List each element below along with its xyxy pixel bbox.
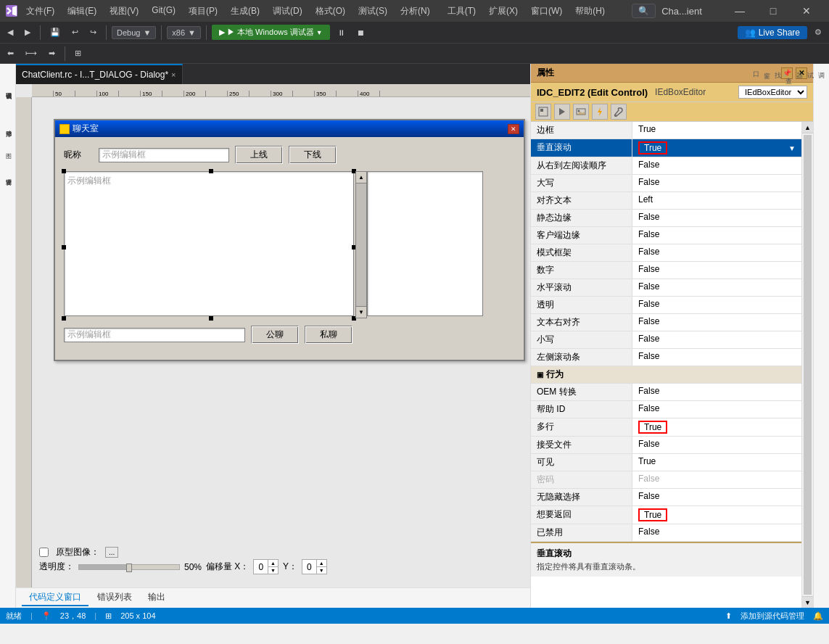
menu-help[interactable]: 帮助(H) bbox=[569, 2, 611, 20]
scroll-thumb[interactable] bbox=[356, 183, 366, 306]
prop-value-left-scroll[interactable]: False bbox=[632, 349, 801, 366]
notification-bell-icon[interactable]: 🔔 bbox=[813, 611, 823, 621]
tab-close-icon[interactable]: × bbox=[171, 70, 176, 79]
prop-row-vscroll[interactable]: 垂直滚动 True ▼ bbox=[531, 139, 801, 157]
prop-value-rtl[interactable]: False bbox=[632, 157, 801, 174]
menu-file[interactable]: 文件(F) bbox=[20, 2, 60, 20]
prop-value-number[interactable]: False bbox=[632, 262, 801, 278]
prop-value-help-id[interactable]: False bbox=[632, 401, 801, 418]
handle-bm[interactable] bbox=[209, 316, 213, 321]
prop-value-right-text[interactable]: False bbox=[632, 314, 801, 331]
sidebar-icon-3[interactable]: 图 bbox=[1, 142, 15, 155]
platform-dropdown[interactable]: x86 ▼ bbox=[167, 26, 201, 39]
debug-extra-btn[interactable]: ⏸ bbox=[333, 27, 350, 38]
offset-y-up[interactable]: ▲ bbox=[317, 560, 326, 567]
prop-value-want-return[interactable]: True bbox=[632, 506, 801, 524]
props-icon-1[interactable] bbox=[535, 104, 551, 120]
align-right-btn[interactable]: ➡ bbox=[44, 47, 59, 59]
sidebar-icon-1[interactable]: 调试器 bbox=[1, 67, 15, 110]
proto-image-checkbox[interactable] bbox=[39, 548, 49, 557]
prop-value-modal-frame[interactable]: False bbox=[632, 244, 801, 261]
offset-x-up[interactable]: ▲ bbox=[268, 560, 278, 567]
sidebar-icon-4[interactable]: 资源管理 bbox=[1, 157, 15, 193]
offset-x-spinner[interactable]: 0 ▲ ▼ bbox=[253, 559, 279, 574]
nav-forward-button[interactable]: ▶ bbox=[20, 26, 35, 38]
prop-value-static-edge[interactable]: False bbox=[632, 210, 801, 226]
minimize-button[interactable]: — bbox=[723, 0, 756, 22]
slider-thumb[interactable] bbox=[126, 564, 132, 572]
prop-value-align[interactable]: Left bbox=[632, 192, 801, 209]
design-canvas[interactable]: 50 100 150 200 250 300 350 400 bbox=[16, 84, 530, 587]
prop-value-visible[interactable]: True bbox=[632, 454, 801, 471]
handle-bl[interactable] bbox=[62, 316, 66, 321]
prop-value-vscroll[interactable]: True ▼ bbox=[632, 139, 801, 157]
props-icon-2[interactable] bbox=[554, 104, 570, 120]
public-chat-button[interactable]: 公聊 bbox=[251, 326, 299, 344]
prop-value-border[interactable]: True bbox=[632, 122, 801, 139]
prop-value-disabled[interactable]: False bbox=[632, 524, 801, 541]
toolbar-settings-button[interactable]: ⚙ bbox=[810, 26, 826, 38]
vscroll-dropdown-arrow[interactable]: ▼ bbox=[788, 144, 796, 152]
props-icon-5[interactable] bbox=[611, 104, 627, 120]
close-button[interactable]: ✕ bbox=[790, 0, 823, 22]
menu-window[interactable]: 窗口(W) bbox=[525, 2, 568, 20]
status-source-control[interactable]: 添加到源代码管理 bbox=[741, 611, 804, 622]
search-box[interactable]: 🔍 bbox=[632, 4, 656, 18]
props-icon-4[interactable] bbox=[592, 104, 608, 120]
prop-value-client-edge[interactable]: False bbox=[632, 227, 801, 244]
menu-test[interactable]: 测试(S) bbox=[352, 2, 393, 20]
handle-tl[interactable] bbox=[62, 169, 66, 173]
save-all-button[interactable]: 💾 bbox=[46, 26, 65, 38]
align-center-btn[interactable]: ⟼ bbox=[21, 47, 41, 59]
tab-chatclient[interactable]: ChatClient.rc - I...T_DIALOG - Dialog* × bbox=[16, 64, 183, 84]
prop-value-oem[interactable]: False bbox=[632, 384, 801, 400]
transparency-slider[interactable] bbox=[78, 564, 180, 570]
message-textarea[interactable]: 示例编辑框 bbox=[64, 171, 354, 316]
sidebar-icon-2[interactable]: 浮动 bbox=[1, 112, 15, 141]
handle-tm[interactable] bbox=[209, 169, 213, 173]
prop-value-password[interactable]: False bbox=[632, 471, 801, 488]
handle-ml[interactable] bbox=[62, 245, 66, 249]
live-share-button[interactable]: 👥 Live Share bbox=[738, 26, 807, 39]
offline-button[interactable]: 下线 bbox=[289, 146, 337, 164]
rs-label-1[interactable]: 调 bbox=[817, 67, 826, 605]
section-collapse-behavior[interactable]: ▣ bbox=[537, 371, 543, 379]
run-button[interactable]: ▶ ▶ 本地 Windows 调试器 ▼ bbox=[212, 25, 330, 40]
menu-project[interactable]: 项目(P) bbox=[183, 2, 223, 20]
menu-build[interactable]: 生成(B) bbox=[225, 2, 265, 20]
grid-btn[interactable]: ⊞ bbox=[70, 47, 86, 59]
scroll-up-arrow[interactable]: ▲ bbox=[356, 172, 366, 183]
prop-value-lowercase[interactable]: False bbox=[632, 331, 801, 348]
debug-stop-btn[interactable]: ⏹ bbox=[352, 27, 369, 38]
undo-button[interactable]: ↩ bbox=[67, 26, 83, 38]
prop-value-uppercase[interactable]: False bbox=[632, 175, 801, 191]
scroll-down-arrow[interactable]: ▼ bbox=[356, 306, 366, 318]
menu-format[interactable]: 格式(O) bbox=[310, 2, 351, 20]
props-icon-3[interactable] bbox=[573, 104, 589, 120]
tab-code-definition[interactable]: 代码定义窗口 bbox=[22, 590, 88, 606]
prop-value-accept-files[interactable]: False bbox=[632, 437, 801, 453]
align-left-btn[interactable]: ⬅ bbox=[3, 47, 18, 59]
prop-value-no-hide-sel[interactable]: False bbox=[632, 489, 801, 505]
offset-y-down[interactable]: ▼ bbox=[317, 567, 326, 574]
redo-button[interactable]: ↪ bbox=[86, 26, 101, 38]
menu-extensions[interactable]: 扩展(X) bbox=[483, 2, 524, 20]
tab-output[interactable]: 输出 bbox=[141, 590, 173, 606]
online-button[interactable]: 上线 bbox=[235, 146, 283, 164]
rs-label-2[interactable]: 试 bbox=[806, 67, 815, 605]
dialog-close-button[interactable]: ✕ bbox=[508, 124, 519, 134]
proto-image-dots[interactable]: ... bbox=[105, 547, 118, 558]
menu-git[interactable]: Git(G) bbox=[146, 2, 181, 20]
menu-edit[interactable]: 编辑(E) bbox=[62, 2, 102, 20]
tab-error-list[interactable]: 错误列表 bbox=[90, 590, 139, 606]
config-dropdown[interactable]: Debug ▼ bbox=[112, 26, 156, 39]
prop-value-hscroll[interactable]: False bbox=[632, 279, 801, 296]
menu-view[interactable]: 视图(V) bbox=[104, 2, 144, 20]
offset-x-down[interactable]: ▼ bbox=[268, 567, 278, 574]
private-chat-button[interactable]: 私聊 bbox=[305, 326, 352, 344]
menu-debug[interactable]: 调试(D) bbox=[267, 2, 308, 20]
nickname-input[interactable] bbox=[99, 148, 229, 162]
prop-value-transparent[interactable]: False bbox=[632, 297, 801, 313]
menu-tools[interactable]: 工具(T) bbox=[442, 2, 482, 20]
menu-analyze[interactable]: 分析(N) bbox=[395, 2, 436, 20]
